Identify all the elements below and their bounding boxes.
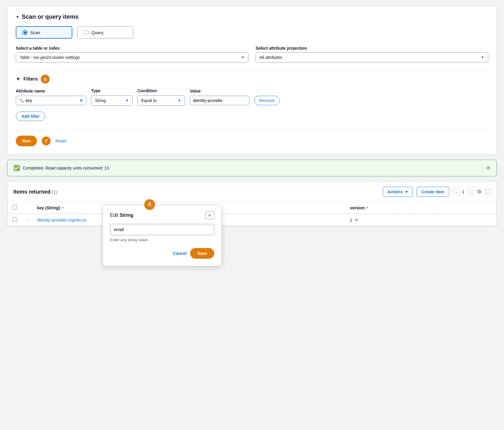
modal-title: Edit String (110, 213, 133, 218)
row-checkbox[interactable] (12, 217, 17, 222)
items-header: Items returned (1) Actions ▼ Create item… (7, 181, 497, 202)
panel-title-text: Scan or query items (22, 13, 79, 20)
type-value: String (95, 98, 106, 103)
modal-hint-text: Enter any string value. (110, 238, 214, 242)
row-key-link[interactable]: identity-provider.cognito.ss (37, 218, 87, 222)
modal-footer: Cancel Save (110, 248, 214, 259)
version-sort-icon[interactable]: ▼ (366, 206, 369, 209)
row-checkbox-cell (7, 214, 22, 226)
gear-icon-button[interactable]: ⚙ (477, 189, 482, 195)
next-page-button[interactable]: › (467, 188, 473, 196)
row-version-cell: 1 ✏ (345, 214, 497, 226)
attr-name-header: Attribute name (16, 89, 86, 93)
success-check-icon: ✅ (13, 165, 20, 171)
value-col: Value (190, 89, 249, 105)
banner-close-button[interactable]: ✕ (486, 165, 491, 171)
row-version-value: 1 (350, 218, 352, 222)
table-index-arrow-icon: ▼ (241, 55, 245, 59)
type-select[interactable]: String ▼ (91, 95, 133, 106)
projection-label: Select attribute projection (256, 46, 488, 51)
items-controls: Actions ▼ Create item ‹ 1 › ⚙ ⛶ (383, 187, 491, 197)
attr-search-icon: 🔍 (19, 98, 24, 103)
row-divider-cell: | (22, 214, 32, 226)
table-row: | identity-provider.cognito.ss 1 ✏ (7, 214, 497, 226)
th-checkbox-col (7, 202, 22, 214)
modal-close-button[interactable]: ✕ (205, 211, 214, 219)
items-table: key (String) ▼ version ▼ (7, 202, 497, 226)
attr-name-input-wrapper: 🔍 ✕ (16, 96, 86, 105)
success-left: ✅ Completed. Read capacity units consume… (13, 165, 109, 171)
table-index-label: Select a table or index (16, 46, 248, 51)
prev-page-button[interactable]: ‹ (453, 188, 459, 196)
modal-cancel-button[interactable]: Cancel (173, 251, 187, 256)
condition-select[interactable]: Equal to ▼ (137, 95, 185, 106)
run-row: Run 7 Reset (16, 136, 488, 146)
filters-title-text: Filters (24, 76, 38, 82)
edit-icon-button[interactable]: ✏ (355, 217, 359, 223)
modal-title-prefix: Edit (110, 213, 120, 218)
attr-clear-icon[interactable]: ✕ (79, 98, 83, 103)
run-divider (16, 131, 488, 131)
modal-save-button[interactable]: Save (190, 248, 214, 259)
projection-value: All attributes (259, 55, 282, 60)
scan-radio-circle (22, 30, 28, 35)
radio-row: Scan Query (16, 26, 488, 39)
dropdowns-row: Select a table or index Table - res-jan1… (16, 46, 488, 62)
filters-title-row: ▼ Filters 6 (16, 75, 488, 84)
items-title: Items returned (13, 189, 51, 195)
actions-label: Actions (387, 189, 403, 194)
modal-header: Edit String ✕ (110, 211, 214, 219)
actions-button[interactable]: Actions ▼ (383, 187, 413, 197)
table-index-select[interactable]: Table - res-jan19.cluster-settings ▼ (16, 52, 248, 62)
condition-col: Condition Equal to ▼ (137, 88, 185, 106)
items-panel: Items returned (1) Actions ▼ Create item… (7, 181, 497, 226)
actions-dropdown-icon: ▼ (404, 189, 408, 194)
panel-divider (16, 70, 488, 70)
table-index-group: Select a table or index Table - res-jan1… (16, 46, 248, 62)
success-message: Completed. Read capacity units consumed:… (23, 166, 109, 170)
expand-icon-button[interactable]: ⛶ (485, 189, 491, 195)
projection-group: Select attribute projection All attribut… (256, 46, 488, 62)
pagination-controls: ‹ 1 › (453, 188, 473, 196)
items-title-row: Items returned (1) (13, 189, 57, 195)
panel-title: ▼ Scan or query items (16, 13, 488, 20)
modal-title-type: String (120, 213, 133, 218)
edit-string-modal: Edit String ✕ Enter any string value. Ca… (103, 205, 222, 266)
reset-link[interactable]: Reset (55, 139, 66, 143)
modal-string-input[interactable] (110, 224, 214, 235)
query-radio-option[interactable]: Query (77, 26, 134, 39)
page-number: 1 (462, 189, 464, 194)
collapse-arrow-icon[interactable]: ▼ (16, 15, 19, 19)
table-index-value: Table - res-jan19.cluster-settings (20, 55, 80, 60)
run-badge: 7 (42, 136, 51, 145)
scan-radio-option[interactable]: Scan (16, 26, 72, 39)
condition-arrow-icon: ▼ (178, 98, 181, 103)
success-banner: ✅ Completed. Read capacity units consume… (7, 160, 497, 176)
type-arrow-icon: ▼ (125, 98, 129, 103)
projection-arrow-icon: ▼ (481, 55, 484, 59)
select-all-checkbox[interactable] (12, 205, 17, 210)
condition-header: Condition (137, 88, 185, 93)
th-version-col: version ▼ (345, 202, 497, 214)
create-item-button[interactable]: Create item (417, 187, 449, 197)
collapse-filters-arrow-icon[interactable]: ▼ (16, 76, 21, 82)
add-filter-button[interactable]: Add filter (16, 112, 45, 121)
attr-name-col: Attribute name 🔍 ✕ (16, 89, 86, 105)
condition-value: Equal to (141, 98, 156, 103)
value-input[interactable] (190, 96, 249, 105)
remove-filter-button[interactable]: Remove (254, 96, 280, 105)
query-radio-label: Query (91, 30, 104, 35)
scan-query-panel: ▼ Scan or query items Scan Query Select … (7, 6, 497, 155)
filter-row: Attribute name 🔍 ✕ Type String ▼ Conditi… (16, 88, 488, 106)
table-header-row: key (String) ▼ version ▼ (7, 202, 497, 214)
type-header: Type (91, 88, 133, 93)
filters-count-badge: 6 (41, 75, 50, 84)
projection-select[interactable]: All attributes ▼ (256, 52, 488, 62)
run-button[interactable]: Run (16, 136, 37, 146)
type-col: Type String ▼ (91, 88, 133, 106)
th-key-type: (String) (45, 205, 60, 210)
query-radio-circle (84, 30, 89, 35)
key-sort-icon[interactable]: ▼ (61, 206, 64, 209)
th-divider-col (22, 202, 32, 214)
attr-name-input[interactable] (26, 98, 78, 103)
